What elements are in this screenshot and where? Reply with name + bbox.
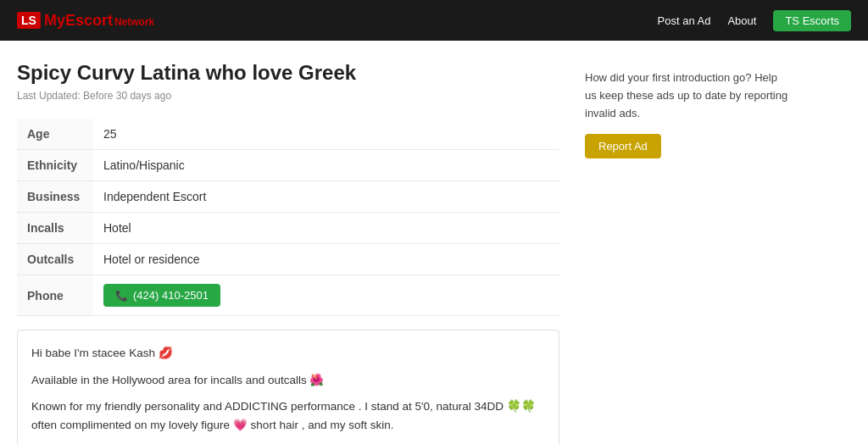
description-paragraph: Available in the Hollywood area for inca… <box>31 371 545 390</box>
logo-text: MyEscortNetwork <box>44 12 154 30</box>
field-value: Hotel <box>93 213 559 244</box>
logo-escort: Escort <box>65 12 113 29</box>
table-row: IncallsHotel <box>17 213 559 244</box>
header: LS MyEscortNetwork Post an Ad About TS E… <box>0 0 868 41</box>
table-row: EthnicityLatino/Hispanic <box>17 150 559 181</box>
post-an-ad-link[interactable]: Post an Ad <box>658 14 711 27</box>
right-sidebar: How did your first introduction go? Help… <box>585 61 788 444</box>
field-label: Phone <box>17 275 93 316</box>
field-value: Hotel or residence <box>93 244 559 275</box>
field-label: Age <box>17 119 93 150</box>
ad-title: Spicy Curvy Latina who love Greek <box>17 61 559 85</box>
info-table: Age25EthnicityLatino/HispanicBusinessInd… <box>17 119 559 316</box>
sidebar-report-text: How did your first introduction go? Help… <box>585 69 788 122</box>
phone-icon: 📞 <box>115 290 128 302</box>
field-label: Outcalls <box>17 244 93 275</box>
description-paragraph: Hi babe I'm stacee Kash 💋 <box>31 344 545 363</box>
logo: LS MyEscortNetwork <box>17 12 154 30</box>
table-row: Phone📞 (424) 410-2501 <box>17 275 559 316</box>
last-updated: Last Updated: Before 30 days ago <box>17 90 559 102</box>
field-label: Business <box>17 181 93 213</box>
logo-network: Network <box>114 16 154 28</box>
main-container: Spicy Curvy Latina who love Greek Last U… <box>0 41 868 444</box>
table-row: Age25 <box>17 119 559 150</box>
logo-my: My <box>44 12 65 29</box>
table-row: OutcallsHotel or residence <box>17 244 559 275</box>
field-value: 25 <box>93 119 559 150</box>
table-row: BusinessIndependent Escort <box>17 181 559 213</box>
description-paragraph: Known for my friendly personality and AD… <box>31 397 545 434</box>
nav: Post an Ad About TS Escorts <box>658 10 851 31</box>
phone-button[interactable]: 📞 (424) 410-2501 <box>103 284 220 307</box>
field-label: Ethnicity <box>17 150 93 181</box>
about-link[interactable]: About <box>727 14 756 27</box>
report-ad-button[interactable]: Report Ad <box>585 134 661 158</box>
description-box: Hi babe I'm stacee Kash 💋Available in th… <box>17 330 559 444</box>
field-value: Latino/Hispanic <box>93 150 559 181</box>
ts-escorts-button[interactable]: TS Escorts <box>773 10 851 31</box>
field-value: Independent Escort <box>93 181 559 213</box>
field-value: 📞 (424) 410-2501 <box>93 275 559 316</box>
left-content: Spicy Curvy Latina who love Greek Last U… <box>17 61 559 444</box>
field-label: Incalls <box>17 213 93 244</box>
logo-icon: LS <box>17 12 41 29</box>
